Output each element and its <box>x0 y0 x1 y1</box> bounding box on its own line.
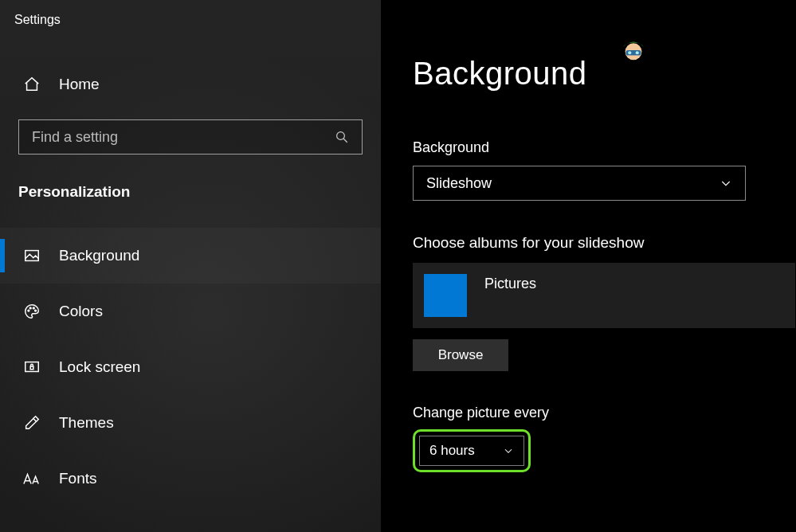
svg-point-13 <box>628 51 631 54</box>
svg-point-0 <box>337 132 345 140</box>
svg-rect-8 <box>30 366 33 370</box>
avatar <box>618 33 649 64</box>
main-content: Background Background Slideshow Choose a… <box>381 0 796 532</box>
svg-point-5 <box>33 307 34 309</box>
svg-line-1 <box>343 139 347 143</box>
sidebar-item-background[interactable]: Background <box>0 228 381 284</box>
albums-label: Choose albums for your slideshow <box>413 234 796 252</box>
themes-icon <box>22 413 41 432</box>
sidebar-item-colors[interactable]: Colors <box>0 284 381 339</box>
album-item[interactable]: Pictures <box>413 263 795 328</box>
browse-button[interactable]: Browse <box>413 339 508 371</box>
page-title: Background <box>413 56 796 92</box>
svg-point-4 <box>29 307 31 309</box>
chevron-down-icon <box>720 177 732 190</box>
browse-button-label: Browse <box>438 347 484 363</box>
chevron-down-icon <box>503 445 514 456</box>
album-thumbnail <box>424 274 467 317</box>
svg-point-6 <box>35 310 37 311</box>
sidebar-item-label: Themes <box>59 414 114 432</box>
interval-dropdown[interactable]: 6 hours <box>419 436 524 466</box>
svg-point-3 <box>28 310 29 311</box>
sidebar-item-label: Background <box>59 247 139 264</box>
svg-point-14 <box>636 51 639 54</box>
sidebar-item-label: Lock screen <box>59 358 140 376</box>
sidebar-item-label: Fonts <box>59 470 97 487</box>
home-nav[interactable]: Home <box>0 75 381 94</box>
sidebar-item-lock-screen[interactable]: Lock screen <box>0 339 381 395</box>
picture-icon <box>22 246 41 265</box>
sidebar-item-fonts[interactable]: Fonts <box>0 451 381 507</box>
app-title: Settings <box>0 0 381 27</box>
home-label: Home <box>59 76 100 93</box>
background-field-label: Background <box>413 139 796 156</box>
fonts-icon <box>22 469 41 488</box>
search-input[interactable] <box>32 129 335 146</box>
interval-label: Change picture every <box>413 405 796 421</box>
sidebar-nav: Background Colors <box>0 228 381 507</box>
interval-highlight: 6 hours <box>413 429 531 472</box>
search-icon <box>335 130 349 144</box>
sidebar: Settings Home Personalization <box>0 0 381 532</box>
album-name: Pictures <box>484 276 536 292</box>
sidebar-item-label: Colors <box>59 303 103 320</box>
palette-icon <box>22 302 41 321</box>
home-icon <box>22 75 41 94</box>
interval-dropdown-value: 6 hours <box>429 443 475 459</box>
search-box[interactable] <box>18 119 363 155</box>
background-dropdown[interactable]: Slideshow <box>413 166 746 201</box>
sidebar-item-themes[interactable]: Themes <box>0 395 381 451</box>
lock-screen-icon <box>22 358 41 377</box>
background-dropdown-value: Slideshow <box>426 175 492 192</box>
section-label: Personalization <box>18 183 381 201</box>
